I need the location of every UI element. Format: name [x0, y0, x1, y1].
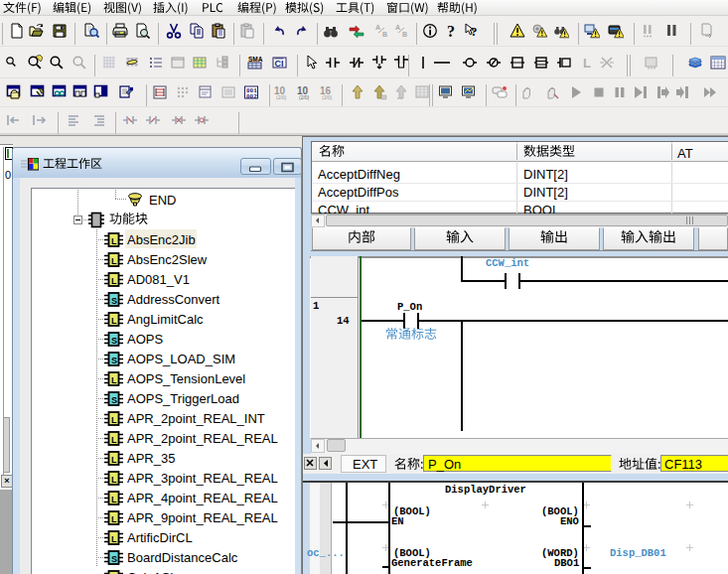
svg-text:(2/0): (2/0)	[299, 94, 310, 100]
svg-text:?: ?	[447, 23, 455, 39]
svg-text:L: L	[583, 56, 591, 71]
svg-text:B: B	[402, 31, 407, 38]
svg-text:A: A	[395, 24, 400, 31]
svg-text:B: B	[382, 31, 387, 38]
svg-text:SMA: SMA	[248, 56, 263, 63]
svg-text:002: 002	[246, 93, 257, 100]
svg-text:(2/0): (2/0)	[276, 94, 287, 100]
svg-text:?: ?	[471, 24, 478, 39]
svg-text:CI: CI	[275, 59, 284, 69]
svg-text:(2/0): (2/0)	[322, 94, 333, 100]
svg-text:A: A	[375, 24, 380, 31]
